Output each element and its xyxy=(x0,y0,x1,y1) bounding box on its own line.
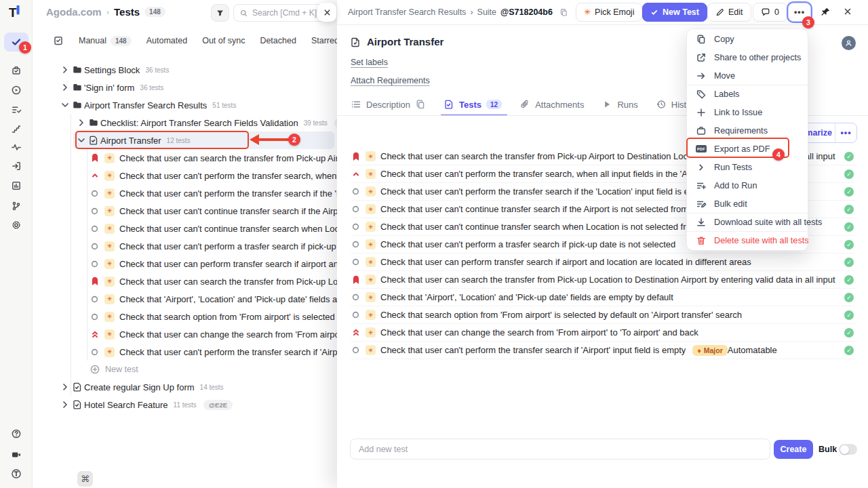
test-row[interactable]: ✳ Check that user can change the search … xyxy=(351,324,855,342)
clipboard-check-icon xyxy=(53,35,64,46)
bulk-toggle[interactable] xyxy=(839,444,857,455)
comments-button[interactable]: 0 xyxy=(753,3,787,22)
tree-test-row[interactable]: ✳ Check that user can search the transfe… xyxy=(33,149,337,167)
sidebar-item-brand-circle[interactable] xyxy=(4,464,28,483)
attach-requirements-link[interactable]: Attach Requirements xyxy=(351,76,430,85)
chev-right-icon[interactable] xyxy=(60,382,71,392)
menu-item-bulk-edit[interactable]: Bulk edit xyxy=(687,195,808,213)
sidebar-item-settings-gear[interactable] xyxy=(4,216,28,235)
summarize-more-button[interactable]: ••• xyxy=(835,123,856,142)
chev-right-icon[interactable] xyxy=(60,399,71,410)
menu-item-labels[interactable]: Labels xyxy=(687,85,808,103)
sidebar-item-branch[interactable] xyxy=(4,197,28,216)
pulse-icon xyxy=(11,142,22,152)
close-panel-button[interactable] xyxy=(317,3,336,22)
firework-icon: ✳ xyxy=(584,8,591,16)
flame-icon: ♦ xyxy=(697,346,701,354)
copy-suite-id-icon[interactable] xyxy=(559,8,568,17)
test-row[interactable]: ✳ Check that user can't perform the tran… xyxy=(351,342,855,359)
chev-right-icon[interactable] xyxy=(60,82,71,93)
sidebar-item-import[interactable] xyxy=(4,157,28,176)
tree-test-row[interactable]: ✳ Check that 'Airport', 'Location' and '… xyxy=(33,290,337,308)
tree-test-row[interactable]: ✳ Check that user can't perform the tran… xyxy=(33,343,337,361)
filter-tab-automated[interactable]: Automated xyxy=(146,36,187,45)
tab-runs[interactable]: Runs xyxy=(601,99,637,116)
menu-item-share-to-other-projects[interactable]: Share to other projects xyxy=(687,48,808,66)
priority-critical-icon xyxy=(351,151,361,161)
status-passed-icon: ✓ xyxy=(844,222,854,232)
tree-test-row[interactable]: ✳ Check that user can't perform the tran… xyxy=(33,184,337,202)
pick-emoji-button[interactable]: ✳ Pick Emoji xyxy=(576,3,642,22)
sidebar-item-test-plan-list[interactable] xyxy=(4,100,28,119)
tab-tests[interactable]: Tests 12 xyxy=(443,99,502,116)
menu-item-copy[interactable]: Copy xyxy=(687,30,808,48)
sidebar-item-help[interactable] xyxy=(4,424,28,443)
test-emoji-icon: ✳ xyxy=(104,153,115,163)
sidebar-item-steps[interactable] xyxy=(4,119,28,138)
tab-attachments[interactable]: Attachments xyxy=(519,99,584,116)
chev-right-icon[interactable] xyxy=(76,117,87,128)
status-passed-icon: ✓ xyxy=(844,328,854,338)
new-test-button[interactable]: New Test xyxy=(642,3,707,22)
sidebar-item-video-tutorials[interactable] xyxy=(4,445,28,464)
tree-test-row[interactable]: ✳ Check that user can perform transfer s… xyxy=(33,255,337,272)
chev-down-icon[interactable] xyxy=(60,100,71,110)
tree-suite-row[interactable]: Create regular Sign Up form 14 tests xyxy=(33,378,337,396)
tree-test-row[interactable]: ✳ Check that user can't perform the tran… xyxy=(33,167,337,184)
tab-description[interactable]: Description xyxy=(351,99,426,116)
test-row[interactable]: ✳ Check that user can perform transfer s… xyxy=(351,253,855,271)
tree-test-row[interactable]: ✳ Check that user can't continue transfe… xyxy=(33,202,337,220)
new-test-row[interactable]: New test xyxy=(33,361,337,378)
menu-item-download-suite-with-all-tests[interactable]: Download suite with all tests xyxy=(687,213,808,231)
close-suite-icon[interactable] xyxy=(843,7,852,16)
filter-tab-out-of-sync[interactable]: Out of sync xyxy=(202,36,245,45)
tree-folder-row[interactable]: Airport Transfer Search Results 51 tests xyxy=(33,96,337,114)
breadcrumb-project[interactable]: Agoda.com xyxy=(46,6,102,18)
menu-item-move[interactable]: Move xyxy=(687,66,808,85)
sidebar-item-run-briefcase[interactable] xyxy=(4,61,28,80)
pin-icon[interactable] xyxy=(821,7,831,17)
tree-folder-row[interactable]: Settings Block 36 tests xyxy=(33,61,337,79)
add-new-test-input[interactable] xyxy=(350,439,770,460)
sidebar-item-pulse[interactable] xyxy=(4,138,28,157)
sidebar-item-play-circle[interactable] xyxy=(4,81,28,100)
menu-item-add-to-run[interactable]: Add to Run xyxy=(687,176,808,195)
filter-tab-manual[interactable]: Manual148 xyxy=(79,36,132,46)
sidebar-item-analytics-report[interactable] xyxy=(4,176,28,195)
filter-button[interactable] xyxy=(211,4,229,22)
set-labels-link[interactable]: Set labels xyxy=(351,58,388,67)
filter-tab-detached[interactable]: Detached xyxy=(260,36,296,45)
menu-item-link-to-issue[interactable]: Link to Issue xyxy=(687,103,808,121)
list-icon xyxy=(351,99,361,110)
tree-test-row[interactable]: ✳ Check that search option from 'From ai… xyxy=(33,308,337,325)
tree-test-row[interactable]: ✳ Check that user can't continue transfe… xyxy=(33,220,337,237)
app-logo-icon[interactable]: T▌ xyxy=(9,5,22,20)
create-test-button[interactable]: Create xyxy=(774,440,813,459)
tree-test-row[interactable]: ✳ Check that user can't perform a trasfe… xyxy=(33,237,337,255)
tab-count-badge: 148 xyxy=(111,36,132,46)
tree-test-row[interactable]: ✳ Check that user can search the transfe… xyxy=(33,272,337,290)
test-row[interactable]: ✳ Check that search option from 'From ai… xyxy=(351,306,855,324)
status-passed-icon: ✓ xyxy=(844,275,854,285)
suite-breadcrumb-parent[interactable]: Airport Transfer Search Results xyxy=(348,7,466,17)
tree-folder-row[interactable]: Checklist: Airport Transfer Search Field… xyxy=(33,114,337,131)
priority-high-icon xyxy=(90,171,100,181)
test-row[interactable]: ✳ Check that user can search the transfe… xyxy=(351,271,855,289)
tests-count: 39 tests xyxy=(304,119,328,127)
menu-item-requirements[interactable]: Requirements xyxy=(687,121,808,140)
edit-button[interactable]: Edit xyxy=(707,3,751,22)
plus-circle-icon xyxy=(90,364,100,375)
breadcrumb-section[interactable]: Tests xyxy=(114,6,140,18)
avatar[interactable] xyxy=(842,36,856,50)
tree-suite-row[interactable]: Hotel Search Feature 11 tests @E2E xyxy=(33,396,337,413)
chev-right-icon[interactable] xyxy=(60,64,71,75)
tree-test-row[interactable]: ✳ Check that user can change the search … xyxy=(33,325,337,343)
menu-item-delete-suite-with-all-tests[interactable]: Delete suite with all tests xyxy=(687,231,808,249)
tag-icon xyxy=(696,89,707,100)
filter-tab-starred[interactable]: Starred xyxy=(311,36,337,45)
menu-item-run-tests[interactable]: Run Tests xyxy=(687,158,808,176)
tree-folder-row[interactable]: 'Sign in' form 36 tests xyxy=(33,79,337,96)
test-emoji-icon: ✳ xyxy=(366,151,376,161)
test-row[interactable]: ✳ Check that 'Airport', 'Location' and '… xyxy=(351,289,855,306)
branch-icon xyxy=(11,201,22,211)
